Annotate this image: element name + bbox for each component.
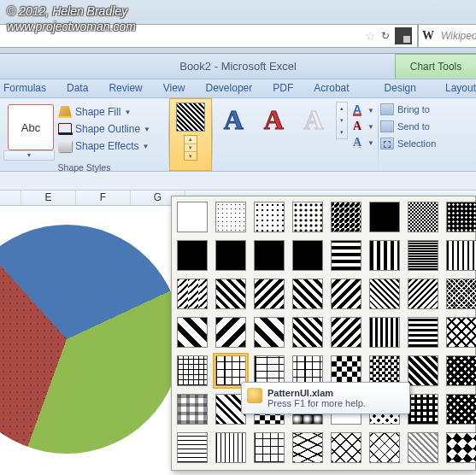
tab-data[interactable]: Data <box>67 82 88 97</box>
pattern-swatch-hatch[interactable] <box>446 317 476 348</box>
browser-search[interactable]: W Wikiped <box>418 24 476 48</box>
text-fill-button[interactable]: A▼ <box>353 103 374 117</box>
shape-effects-button[interactable]: Shape Effects▼ <box>58 138 165 154</box>
wikipedia-icon: W <box>422 29 434 43</box>
pattern-swatch-black[interactable] <box>369 202 400 232</box>
col-header[interactable]: E <box>21 191 76 205</box>
pattern-swatch-diag-brick[interactable] <box>331 432 361 463</box>
pattern-swatch-vstripe[interactable] <box>369 240 400 271</box>
pattern-swatch-hatch-d[interactable] <box>446 355 476 386</box>
pattern-swatch-diag1[interactable] <box>292 317 323 348</box>
pattern-swatch-dots-m[interactable] <box>292 202 323 232</box>
pattern-swatch-shingle[interactable] <box>292 432 323 463</box>
pattern-swatch-plaid[interactable] <box>177 394 208 425</box>
pen-icon <box>58 123 72 135</box>
pattern-swatch-50[interactable] <box>408 202 438 232</box>
bring-to-front-button[interactable]: Bring to <box>380 102 474 117</box>
paint-bucket-icon <box>58 106 72 118</box>
shape-style-more[interactable]: ▾ <box>3 150 55 161</box>
pattern-swatch-weave2[interactable] <box>408 432 438 463</box>
wordart-more[interactable]: ▴▾▾ <box>336 102 348 139</box>
pattern-swatch-diag1[interactable] <box>215 279 246 309</box>
chevron-down-icon: ▼ <box>143 143 150 150</box>
chevron-down-icon: ▼ <box>124 108 131 116</box>
pattern-swatch-vthin[interactable] <box>215 432 246 463</box>
tab-review[interactable]: Review <box>109 82 142 97</box>
pattern-swatch-vstripe-t[interactable] <box>446 240 476 271</box>
pattern-swatch-hstripe[interactable] <box>331 240 361 271</box>
tab-formulas[interactable]: Formulas <box>3 82 46 97</box>
selection-pane-icon <box>380 138 394 150</box>
effects-icon <box>58 140 72 152</box>
col-header[interactable] <box>0 191 21 205</box>
pattern-swatch-grid[interactable] <box>254 432 285 463</box>
tooltip: PatternUI.xlam Press F1 for more help. <box>241 382 410 414</box>
bring-front-icon <box>380 103 394 115</box>
pattern-swatch-hstripe-n[interactable] <box>408 317 438 348</box>
tab-design[interactable]: Design <box>385 82 425 97</box>
pattern-swatch-diag1-n[interactable] <box>369 279 400 309</box>
refresh-icon[interactable]: ↻ <box>381 30 390 42</box>
pattern-swatch-dots-s[interactable] <box>254 202 285 232</box>
shape-outline-button[interactable]: Shape Outline▼ <box>58 121 165 137</box>
pattern-swatch-black[interactable] <box>254 240 285 271</box>
pattern-swatch-black[interactable] <box>215 240 246 271</box>
pattern-swatch-diag1-w[interactable] <box>254 317 285 348</box>
pattern-fill-button[interactable] <box>176 103 205 132</box>
extension-icon[interactable] <box>395 27 412 44</box>
pattern-swatch-grid-s[interactable] <box>177 355 208 386</box>
pattern-swatch-grid-d[interactable] <box>408 394 438 425</box>
pattern-swatch-vstripe-n[interactable] <box>369 317 400 348</box>
tab-pdf[interactable]: PDF <box>273 82 293 97</box>
pattern-swatch-black2[interactable] <box>177 240 208 271</box>
selection-pane-button[interactable]: Selection <box>380 136 474 151</box>
wordart-style-1[interactable]: A <box>216 102 251 138</box>
pattern-swatch-hatch-d[interactable] <box>446 394 476 425</box>
pattern-swatch-dots-dk[interactable] <box>446 202 476 232</box>
pattern-swatch-outlined-diamond[interactable] <box>369 432 400 463</box>
group-wordart-styles: A A A ▴▾▾ A▼ A▼ A▼ <box>213 98 378 171</box>
send-to-back-button[interactable]: Send to <box>380 119 474 134</box>
shape-style-preview[interactable]: Abc <box>8 104 54 150</box>
pattern-grid <box>177 202 470 465</box>
pattern-swatch-halftone[interactable] <box>408 240 438 271</box>
pattern-swatch-diag2[interactable] <box>331 279 361 309</box>
pattern-swatch-blank[interactable] <box>177 202 208 232</box>
tab-developer[interactable]: Developer <box>206 82 253 97</box>
pie-pattern-overlay <box>0 225 181 454</box>
ribbon: Abc ▾ Shape Fill▼ Shape Outline▼ Shape E… <box>0 98 476 172</box>
pattern-swatch-zig[interactable] <box>177 279 208 309</box>
text-outline-button[interactable]: A▼ <box>353 120 374 133</box>
tab-view[interactable]: View <box>163 82 185 97</box>
tab-acrobat[interactable]: Acrobat <box>314 82 349 97</box>
pattern-swatch-solid-diamond[interactable] <box>446 432 476 463</box>
document-title: Book2 - Microsoft Excel <box>179 60 297 73</box>
pattern-swatch-75[interactable] <box>331 202 361 232</box>
browser-chrome: ☆ ↻ W Wikiped <box>0 0 476 54</box>
shape-fill-button[interactable]: Shape Fill▼ <box>58 104 165 120</box>
pattern-swatch-black[interactable] <box>292 240 323 271</box>
wordart-style-3[interactable]: A <box>297 102 332 138</box>
pattern-swatch-trellis[interactable] <box>408 355 438 386</box>
wordart-style-2[interactable]: A <box>256 102 291 138</box>
pattern-swatch-diag1-w[interactable] <box>177 317 208 348</box>
url-bar[interactable]: ☆ ↻ <box>0 24 418 48</box>
pattern-fill-dropdown[interactable]: ▴▾▾ <box>184 135 197 161</box>
pattern-swatch-diag2[interactable] <box>254 279 285 309</box>
tooltip-text: Press F1 for more help. <box>267 398 403 408</box>
bookmark-icon[interactable]: ☆ <box>365 29 376 43</box>
pattern-swatch-diag2-n[interactable] <box>408 279 438 309</box>
pattern-swatch-diag1[interactable] <box>292 279 323 309</box>
chart-tools-tab-group: Chart Tools <box>395 54 476 79</box>
col-header[interactable]: F <box>76 191 131 205</box>
formula-bar[interactable] <box>0 172 476 191</box>
text-effects-button[interactable]: A▼ <box>353 136 374 150</box>
pattern-swatch-diag2[interactable] <box>331 317 361 348</box>
pattern-swatch-diag2-w[interactable] <box>215 317 246 348</box>
pattern-swatch-hthin[interactable] <box>177 432 208 463</box>
search-placeholder: Wikiped <box>441 30 476 42</box>
chevron-down-icon: ▼ <box>144 126 150 133</box>
tab-layout[interactable]: Layout <box>445 82 476 97</box>
pattern-swatch-dots-xs[interactable] <box>215 202 246 232</box>
pattern-swatch-hatch-dk[interactable] <box>446 279 476 309</box>
